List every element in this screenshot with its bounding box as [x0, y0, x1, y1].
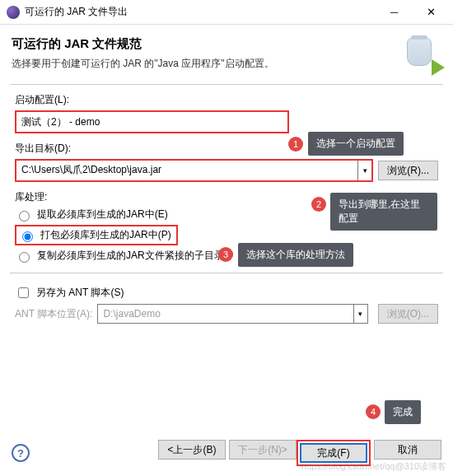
- ant-section: 另存为 ANT 脚本(S) ANT 脚本位置(A): ▾ 浏览(O)...: [0, 273, 453, 324]
- eclipse-icon: [7, 6, 20, 19]
- launch-config-combo[interactable]: 测试（2） - demo: [15, 110, 289, 133]
- help-icon[interactable]: ?: [12, 444, 30, 462]
- browse-ant-button: 浏览(O)...: [378, 304, 438, 324]
- dest-input[interactable]: [16, 161, 357, 179]
- dest-dropdown-icon[interactable]: ▾: [357, 161, 371, 180]
- launch-config-value: 测试（2） - demo: [21, 115, 100, 129]
- launch-section: 启动配置(L): 测试（2） - demo: [0, 85, 453, 133]
- lib-opt3-label: 复制必须库到生成的JAR文件紧接的子目录中: [37, 249, 234, 263]
- minimize-button[interactable]: ─: [376, 1, 413, 24]
- callout-1-number: 1: [288, 137, 303, 152]
- callout-2: 导出到哪里,在这里配置: [330, 193, 437, 231]
- callout-3-number: 3: [218, 247, 233, 262]
- ant-dropdown-icon: ▾: [354, 304, 368, 324]
- callout-1: 选择一个启动配置: [308, 132, 404, 156]
- callout-4-number: 4: [366, 404, 381, 419]
- next-button: 下一步(N)>: [229, 440, 297, 460]
- radio-extract[interactable]: [19, 211, 30, 222]
- page-subtitle: 选择要用于创建可运行的 JAR 的"Java 应用程序"启动配置。: [12, 57, 404, 71]
- titlebar: 可运行的 JAR 文件导出 ─ ✕: [0, 0, 453, 25]
- callout-3: 选择这个库的处理方法: [238, 243, 353, 267]
- lib-opt2-label: 打包必须库到生成的JAR中(P): [40, 228, 171, 242]
- radio-copy[interactable]: [19, 252, 30, 263]
- checkbox-ant[interactable]: [18, 287, 29, 298]
- jar-export-icon: [404, 36, 441, 74]
- cancel-button[interactable]: 取消: [374, 440, 441, 460]
- radio-package[interactable]: [22, 231, 33, 242]
- browse-dest-button[interactable]: 浏览(R)...: [378, 161, 438, 180]
- ant-location-input: [97, 304, 353, 324]
- callout-2-number: 2: [311, 197, 326, 212]
- page-title: 可运行的 JAR 文件规范: [12, 36, 404, 52]
- close-button[interactable]: ✕: [413, 1, 450, 24]
- lib-opt1-label: 提取必须库到生成的JAR中(E): [37, 208, 168, 222]
- callout-4: 完成: [385, 400, 421, 424]
- ant-location-label: ANT 脚本位置(A):: [15, 307, 92, 321]
- wizard-header: 可运行的 JAR 文件规范 选择要用于创建可运行的 JAR 的"Java 应用程…: [0, 25, 453, 84]
- ant-saveas-label: 另存为 ANT 脚本(S): [36, 286, 124, 300]
- watermark: https://blog.csdn.net/qq@310读博客: [301, 460, 446, 473]
- back-button[interactable]: <上一步(B): [158, 440, 226, 460]
- ant-save-check[interactable]: 另存为 ANT 脚本(S): [15, 285, 438, 301]
- launch-label: 启动配置(L):: [15, 93, 438, 107]
- window-title: 可运行的 JAR 文件导出: [25, 5, 376, 19]
